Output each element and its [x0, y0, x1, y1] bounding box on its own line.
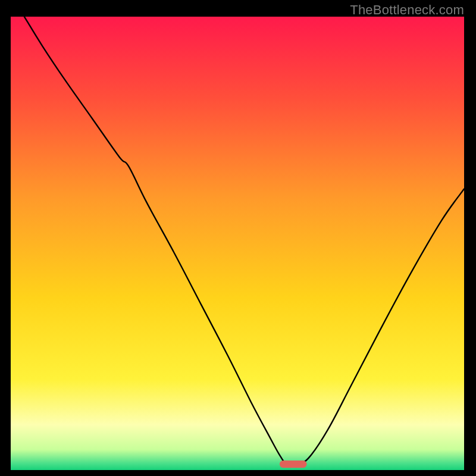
- chart-svg: [11, 17, 464, 470]
- chart-background: [11, 17, 464, 470]
- chart-frame: [11, 17, 464, 470]
- watermark-text: TheBottleneck.com: [350, 2, 464, 18]
- optimal-range-marker: [280, 461, 307, 468]
